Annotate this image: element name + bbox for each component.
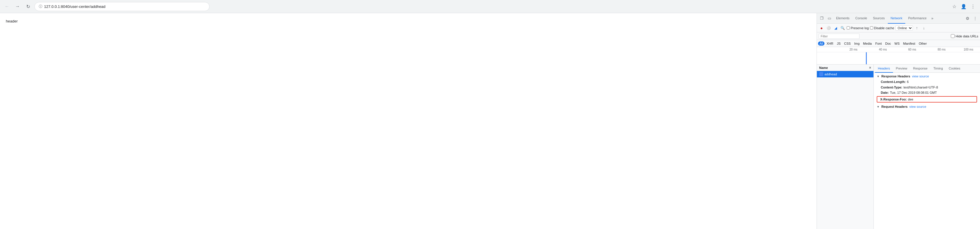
- tab-console[interactable]: Console: [853, 13, 870, 24]
- timeline-chart: [817, 52, 980, 64]
- hide-data-urls-checkbox[interactable]: [951, 34, 955, 38]
- type-filter-all[interactable]: All: [818, 42, 824, 46]
- detail-tab-headers[interactable]: Headers: [875, 64, 893, 73]
- header-value-content-type: text/html;charset=UTF-8: [904, 85, 938, 90]
- type-filter-manifest[interactable]: Manifest: [902, 42, 917, 46]
- devtools-tabs-bar: ❐ ▭ Elements Console Sources Network Per…: [817, 13, 980, 24]
- search-button[interactable]: 🔍: [840, 25, 845, 31]
- devtools-device-button[interactable]: ▭: [826, 14, 833, 22]
- detail-tab-timing[interactable]: Timing: [931, 64, 946, 73]
- timeline-tick-80ms: 80 ms: [938, 48, 945, 51]
- response-headers-section: ▼ Response Headers view source Content-L…: [877, 74, 977, 102]
- details-panel: Headers Preview Response Timing Cookies: [874, 64, 980, 229]
- header-name-x-response-foo: X-Response-Foo:: [880, 97, 907, 102]
- type-filter-xhr[interactable]: XHR: [825, 42, 835, 46]
- forward-button[interactable]: →: [13, 2, 22, 11]
- header-value-date: Tue, 17 Dec 2019 08:08:01 GMT: [890, 90, 937, 95]
- type-filter-img[interactable]: Img: [853, 42, 861, 46]
- download-har-button[interactable]: ↓: [921, 25, 927, 31]
- preserve-log-checkbox[interactable]: [846, 26, 850, 29]
- header-value-content-length: 6: [907, 80, 909, 85]
- type-filter-doc[interactable]: Doc: [884, 42, 892, 46]
- details-content: ▼ Response Headers view source Content-L…: [874, 73, 980, 229]
- network-row-addhead[interactable]: addhead: [817, 71, 873, 77]
- timeline-ruler: 20 ms 40 ms 60 ms 80 ms 100 ms: [817, 47, 980, 52]
- back-button[interactable]: ←: [3, 2, 11, 11]
- more-tabs-button[interactable]: »: [929, 16, 935, 21]
- header-x-response-foo: X-Response-Foo: dee: [877, 96, 977, 103]
- name-column-header: Name ×: [817, 64, 873, 71]
- response-headers-view-source[interactable]: view source: [912, 74, 929, 78]
- clear-button[interactable]: ⚪: [826, 25, 832, 31]
- browser-toolbar: ← → ↻ ⓘ 127.0.0.1:8040/user-center/addhe…: [0, 0, 980, 13]
- devtools-inspect-button[interactable]: ❐: [818, 14, 826, 22]
- type-filter-other[interactable]: Other: [917, 42, 928, 46]
- request-headers-view-source[interactable]: view source: [909, 105, 926, 108]
- devtools-more-button[interactable]: ⋮: [971, 14, 979, 22]
- devtools-settings-button[interactable]: ⚙: [964, 14, 971, 22]
- detail-tab-preview[interactable]: Preview: [893, 64, 910, 73]
- network-row-name: addhead: [824, 72, 837, 76]
- header-name-content-length: Content-Length:: [881, 80, 906, 85]
- throttle-select[interactable]: Online: [896, 26, 913, 30]
- page-content: header: [0, 13, 816, 229]
- timeline-area: 20 ms 40 ms 60 ms 80 ms 100 ms: [817, 47, 980, 64]
- address-bar: ⓘ 127.0.0.1:8040/user-center/addhead: [35, 2, 210, 11]
- network-table-area: Name × addhead Headers Previ: [817, 64, 980, 229]
- profile-button[interactable]: 👤: [959, 2, 968, 11]
- detail-tab-cookies[interactable]: Cookies: [946, 64, 963, 73]
- header-date: Date: Tue, 17 Dec 2019 08:08:01 GMT: [877, 90, 977, 96]
- page-header-text: header: [6, 19, 18, 23]
- tab-network[interactable]: Network: [888, 13, 905, 24]
- triangle-icon-request: ▼: [877, 105, 880, 108]
- filter-button[interactable]: ◢: [833, 25, 838, 31]
- address-text: 127.0.0.1:8040/user-center/addhead: [44, 4, 105, 9]
- timeline-tick-100ms: 100 ms: [964, 48, 973, 51]
- request-headers-title: ▼ Request Headers view source: [877, 105, 977, 108]
- filter-bar: Hide data URLs: [817, 32, 980, 40]
- tab-performance[interactable]: Performance: [905, 13, 929, 24]
- response-headers-title: ▼ Response Headers view source: [877, 74, 977, 78]
- hide-data-urls-label[interactable]: Hide data URLs: [951, 34, 978, 38]
- type-filter-ws[interactable]: WS: [893, 42, 901, 46]
- details-tabs-bar: Headers Preview Response Timing Cookies: [874, 64, 980, 73]
- tab-elements[interactable]: Elements: [833, 13, 853, 24]
- header-name-content-type: Content-Type:: [881, 85, 902, 90]
- type-filter-css[interactable]: CSS: [843, 42, 852, 46]
- type-filter-js[interactable]: JS: [835, 42, 842, 46]
- name-rows: addhead: [817, 71, 873, 229]
- devtools-panel: ❐ ▭ Elements Console Sources Network Per…: [816, 13, 980, 229]
- toolbar-right: ☆ 👤 ⋮: [950, 2, 977, 11]
- filter-input[interactable]: [819, 34, 859, 39]
- browser-chrome: ← → ↻ ⓘ 127.0.0.1:8040/user-center/addhe…: [0, 0, 980, 13]
- menu-button[interactable]: ⋮: [969, 2, 977, 11]
- type-filter-media[interactable]: Media: [862, 42, 873, 46]
- header-content-length: Content-Length: 6: [877, 79, 977, 85]
- lock-icon: ⓘ: [39, 4, 42, 9]
- upload-har-button[interactable]: ↑: [914, 25, 920, 31]
- type-filter-font[interactable]: Font: [874, 42, 883, 46]
- timeline-bar: [866, 52, 867, 64]
- disable-cache-label[interactable]: Disable cache: [870, 26, 894, 30]
- detail-tab-response[interactable]: Response: [910, 64, 931, 73]
- type-filter-bar: All XHR JS CSS Img Media Font Doc WS Man…: [817, 40, 980, 47]
- bookmark-button[interactable]: ☆: [950, 2, 958, 11]
- header-value-x-response-foo: dee: [908, 97, 913, 102]
- header-content-type: Content-Type: text/html;charset=UTF-8: [877, 85, 977, 90]
- request-headers-section: ▼ Request Headers view source: [877, 105, 977, 108]
- timeline-tick-40ms: 40 ms: [879, 48, 887, 51]
- preserve-log-label[interactable]: Preserve log: [846, 26, 869, 30]
- disable-cache-checkbox[interactable]: [870, 26, 873, 29]
- tab-sources[interactable]: Sources: [870, 13, 888, 24]
- network-toolbar: ● ⚪ ◢ 🔍 Preserve log Disable cache Onlin…: [817, 24, 980, 32]
- header-name-date: Date:: [881, 90, 889, 95]
- main-area: header ❐ ▭ Elements Console Sources Netw…: [0, 13, 980, 229]
- name-column: Name × addhead: [817, 64, 874, 229]
- record-button[interactable]: ●: [819, 25, 824, 31]
- file-icon: [819, 72, 823, 76]
- close-details-button[interactable]: ×: [869, 66, 871, 70]
- reload-button[interactable]: ↻: [24, 2, 32, 11]
- timeline-tick-60ms: 60 ms: [908, 48, 916, 51]
- triangle-icon: ▼: [877, 75, 880, 78]
- timeline-tick-20ms: 20 ms: [850, 48, 858, 51]
